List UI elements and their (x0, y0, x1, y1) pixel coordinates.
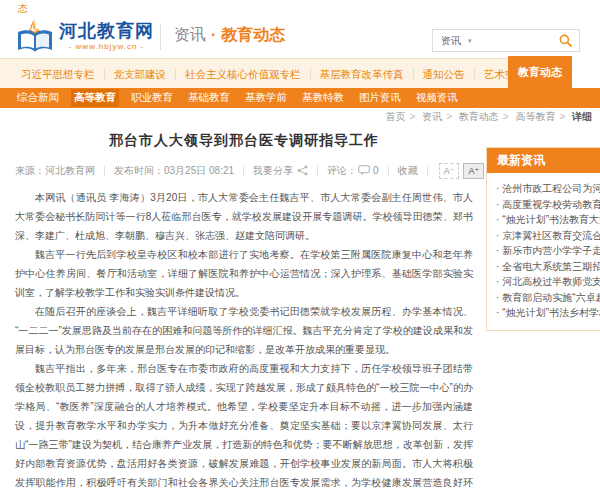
list-item[interactable]: ·河北高校过半教师党支部书记成 (496, 274, 600, 290)
font-smaller-button[interactable]: A⁻ (439, 163, 460, 179)
channel-dot: · (206, 26, 221, 43)
bullet: · (496, 307, 499, 318)
site-name: 河北教育网 (59, 21, 154, 41)
list-item[interactable]: ·新乐市内营小学学子走进植物园 (496, 243, 600, 259)
primary-nav-item[interactable]: 社会主义核心价值观专栏 (176, 68, 311, 80)
comment-icon (358, 165, 370, 176)
breadcrumb-label: 高等教育 (515, 111, 555, 122)
share-icon (297, 165, 308, 176)
list-item[interactable]: ·高度重视学校劳动教育的育人功 (496, 197, 600, 213)
breadcrumb-separator: > (503, 111, 509, 122)
breadcrumb-item[interactable]: 首页> (386, 111, 420, 122)
article-paragraph: 在随后召开的座谈会上，魏吉平详细听取了学校党委书记田德荣就学校发展历程、办学基本… (15, 302, 473, 359)
breadcrumb-separator: > (410, 111, 416, 122)
list-item[interactable]: ·“烛光计划”书法乡村学校捐赠 (496, 305, 600, 321)
breadcrumb-item[interactable]: 详细> (572, 111, 592, 122)
bullet: · (496, 183, 499, 194)
meta-divider (317, 166, 318, 176)
secondary-nav-item[interactable]: 视频资讯 (413, 89, 461, 107)
comment-count: 0 (373, 165, 379, 176)
news-link-text: “烛光计划”书法教育大型公益 (502, 214, 600, 225)
news-link-text: 河北高校过半教师党支部书记成 (502, 276, 600, 287)
primary-nav-active-tab[interactable]: 教育动态 (508, 56, 572, 88)
channel-prefix: 资讯 (174, 26, 206, 43)
article-meta: 来源：河北教育网 发布时间：03月25日 08:21 我要分享 评论：0 收藏 … (15, 158, 473, 188)
search-box[interactable]: 资讯 ▾ (432, 29, 580, 52)
bullet: · (496, 276, 499, 287)
primary-nav: 习近平思想专栏 党支部建设 社会主义核心价值观专栏 基层教育改革传真 通知公告 … (0, 58, 600, 88)
breadcrumb-item[interactable]: 高等教育> (515, 111, 569, 122)
site-logo[interactable]: 河北教育网 - www.hbjyw.cn - (16, 18, 154, 54)
favorite-button[interactable]: 收藏 (398, 164, 418, 178)
article: 邢台市人大领导到邢台医专调研指导工作 来源：河北教育网 发布时间：03月25日 … (15, 128, 473, 489)
search-category-select[interactable]: 资讯 (441, 34, 461, 48)
source-label: 来源： (15, 164, 45, 178)
primary-nav-bar: 习近平思想专栏 党支部建设 社会主义核心价值观专栏 基层教育改革传真 通知公告 … (0, 58, 508, 88)
chevron-down-icon[interactable]: ▾ (468, 37, 472, 45)
article-paragraph: 魏吉平一行先后到学校皇寺校区和校本部进行了实地考察。在学校第三附属医院康复中心和… (15, 245, 473, 302)
channel-current: 教育动态 (221, 26, 285, 43)
site-url: - www.hbjyw.cn - (59, 42, 154, 51)
news-link-text: 教育部启动实施“六卓越一拔尖 (502, 292, 600, 303)
secondary-nav-item[interactable]: 高等教育 (71, 89, 119, 107)
latest-news-title: 最新资讯 (487, 148, 600, 173)
meta-divider (427, 166, 428, 176)
publish-time-label: 发布时间： (114, 164, 164, 178)
search-icon[interactable] (559, 34, 572, 47)
comment-button[interactable]: 评论：0 (327, 164, 379, 178)
news-link-text: 沧州市政工程公司为河北工业大 (502, 183, 600, 194)
bullet: · (496, 230, 499, 241)
secondary-nav: 综合新闻 高等教育 职业教育 基础教育 基教学前 基教特教 图片资讯 视频资讯 (0, 88, 600, 108)
source-value: 河北教育网 (45, 164, 95, 178)
breadcrumb-separator: > (446, 111, 452, 122)
article-body: 本网讯（通讯员 李海涛）3月20日，市人大常委会主任魏吉平、市人大常委会副主任周… (15, 188, 473, 489)
primary-nav-item[interactable]: 党支部建设 (105, 68, 177, 80)
secondary-nav-item[interactable]: 图片资讯 (356, 89, 404, 107)
primary-nav-item[interactable]: 习近平思想专栏 (12, 68, 105, 80)
channel-title: 资讯·教育动态 (174, 25, 285, 46)
article-paragraph: 魏吉平指出，多年来，邢台医专在市委市政府的高度重视和大力支持下，历任学校领导班子… (15, 359, 473, 489)
article-paragraph: 本网讯（通讯员 李海涛）3月20日，市人大常委会主任魏吉平、市人大常委会副主任周… (15, 188, 473, 245)
secondary-nav-item[interactable]: 综合新闻 (14, 89, 62, 107)
breadcrumb-item[interactable]: 资讯> (422, 111, 456, 122)
secondary-nav-item[interactable]: 基教学前 (242, 89, 290, 107)
breadcrumb-item[interactable]: 教育动态> (459, 111, 513, 122)
secondary-nav-item[interactable]: 基础教育 (185, 89, 233, 107)
logo-text: 河北教育网 - www.hbjyw.cn - (59, 21, 154, 51)
secondary-nav-item[interactable]: 基教特教 (299, 89, 347, 107)
font-larger-button[interactable]: A⁺ (463, 163, 484, 179)
list-item[interactable]: ·沧州市政工程公司为河北工业大 (496, 181, 600, 197)
bullet: · (496, 199, 499, 210)
share-button[interactable]: 我要分享 (253, 164, 308, 178)
header: 河北教育网 - www.hbjyw.cn - 资讯·教育动态 资讯 ▾ (0, 16, 600, 58)
bullet: · (496, 261, 499, 272)
bullet: · (496, 214, 499, 225)
list-item[interactable]: ·京津冀社区教育交流合作向纵深 (496, 228, 600, 244)
latest-news-panel: 最新资讯 ·沧州市政工程公司为河北工业大 ·高度重视学校劳动教育的育人功 ·“烛… (486, 147, 600, 331)
latest-news-list: ·沧州市政工程公司为河北工业大 ·高度重视学校劳动教育的育人功 ·“烛光计划”书… (487, 173, 600, 330)
breadcrumb: 首页> 资讯> 教育动态> 高等教育> 详细> (386, 110, 593, 124)
corner-text: 态 (18, 2, 28, 16)
breadcrumb-label: 资讯 (422, 111, 442, 122)
page-title: 邢台市人大领导到邢台医专调研指导工作 (15, 132, 473, 150)
primary-nav-item[interactable]: 通知公告 (414, 68, 475, 80)
news-link-text: 新乐市内营小学学子走进植物园 (502, 245, 600, 256)
list-item[interactable]: ·全省电大系统第三期招生管理人 (496, 259, 600, 275)
primary-nav-item[interactable]: 基层教育改革传真 (311, 68, 414, 80)
news-link-text: 京津冀社区教育交流合作向纵深 (502, 230, 600, 241)
news-link-text: 高度重视学校劳动教育的育人功 (502, 199, 600, 210)
publish-time-value: 03月25日 08:21 (164, 164, 234, 178)
news-link-text: 全省电大系统第三期招生管理人 (502, 261, 600, 272)
meta-divider (388, 166, 389, 176)
breadcrumb-label: 首页 (386, 111, 406, 122)
list-item[interactable]: ·“烛光计划”书法教育大型公益 (496, 212, 600, 228)
breadcrumb-label: 详细 (572, 111, 592, 122)
list-item[interactable]: ·教育部启动实施“六卓越一拔尖 (496, 290, 600, 306)
header-divider (160, 24, 161, 50)
news-link-text: “烛光计划”书法乡村学校捐赠 (502, 307, 600, 318)
meta-divider (104, 166, 105, 176)
logo-book-flame-icon (16, 18, 54, 54)
bullet: · (496, 245, 499, 256)
secondary-nav-item[interactable]: 职业教育 (128, 89, 176, 107)
meta-divider (243, 166, 244, 176)
